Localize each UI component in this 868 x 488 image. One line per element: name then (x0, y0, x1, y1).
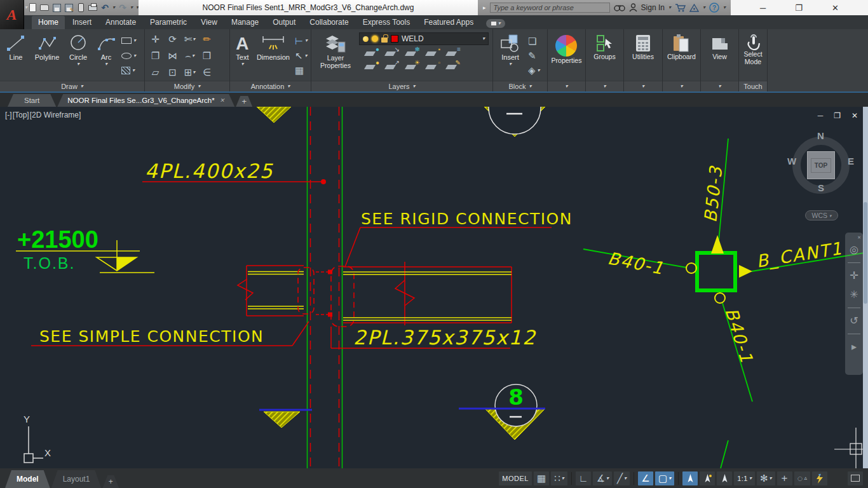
layer-lock-button[interactable]: ▪ (425, 48, 439, 58)
layer-change-button[interactable]: ✎ (445, 61, 459, 71)
new-layout-button[interactable] (102, 475, 119, 488)
mirror-button[interactable] (168, 51, 177, 60)
viewcube-west[interactable]: W (787, 156, 796, 166)
tab-parametric[interactable]: Parametric (144, 16, 193, 29)
layer-thaw-sun-icon[interactable] (372, 36, 378, 42)
groups-button[interactable]: Groups (593, 30, 615, 81)
properties-panel-label[interactable] (548, 81, 585, 92)
logo-caret-icon[interactable] (25, 5, 27, 10)
scrollbar-thumb[interactable] (864, 202, 867, 304)
viewcube-south[interactable]: S (818, 182, 824, 193)
tab-annotate[interactable]: Annotate (99, 16, 142, 29)
ortho-button[interactable] (576, 471, 592, 485)
tab-insert[interactable]: Insert (66, 16, 98, 29)
save-as-icon[interactable]: ✎ (64, 3, 73, 13)
tab-home[interactable]: Home (32, 16, 65, 29)
viewcube-east[interactable]: E (848, 156, 854, 166)
layers-panel-label[interactable]: Layers (311, 81, 492, 92)
close-button[interactable] (832, 3, 839, 13)
column-square[interactable] (697, 253, 735, 290)
ucs-icon[interactable] (24, 426, 43, 463)
column-grid-lines[interactable] (308, 107, 342, 468)
rectangle-button[interactable] (121, 35, 136, 46)
arc-caret-icon[interactable] (105, 62, 107, 67)
copy-button[interactable] (151, 51, 159, 60)
tab-manage[interactable]: Manage (225, 16, 265, 29)
open-file-icon[interactable] (40, 3, 49, 13)
explode-button[interactable] (203, 51, 211, 60)
model-tab[interactable]: Model (5, 470, 50, 488)
showmotion-icon[interactable]: ▸ (851, 342, 857, 352)
drawing-minimize-icon[interactable] (818, 112, 824, 119)
viewcube-top-face[interactable]: TOP (807, 151, 835, 179)
grid-display-button[interactable] (534, 471, 549, 485)
help-icon[interactable]: ? (709, 3, 719, 13)
navigation-bar[interactable]: ✕ ◎ ✛ ✳ ↺ ▸ (845, 233, 863, 375)
table-button[interactable] (295, 65, 308, 76)
drawing-restore-icon[interactable] (834, 112, 841, 119)
touch-panel-label[interactable]: Touch (739, 81, 767, 92)
file-tab-start[interactable]: Start (8, 94, 56, 107)
plate-callout-bottom[interactable]: 2PL.375x375x12 (331, 326, 536, 349)
osnap-tracking-button[interactable] (638, 471, 653, 485)
ellipse-button[interactable] (121, 50, 136, 62)
scale-value-button[interactable]: 1:1 (734, 471, 755, 485)
isolate-objects-button[interactable] (794, 471, 810, 485)
annotation-panel-label[interactable]: Annotation (230, 81, 311, 92)
undo-caret-icon[interactable] (112, 5, 115, 10)
new-file-icon[interactable] (28, 3, 37, 13)
tab-express-tools[interactable]: Express Tools (356, 16, 416, 29)
redo-caret-icon[interactable] (130, 5, 133, 10)
grid-bubble-top[interactable] (484, 107, 545, 137)
layer-unlock-icon[interactable] (381, 37, 388, 43)
file-tab-drawing[interactable]: NOOR Final Files Se...Gr3_V6_ChangeArch* (57, 94, 234, 107)
layer-dropdown-caret-icon[interactable] (482, 36, 485, 41)
autocad-logo-icon[interactable]: A (0, 0, 24, 29)
grid-bubble-8[interactable]: 8 (459, 384, 545, 440)
a360-caret-icon[interactable] (703, 5, 705, 10)
drawing-close-icon[interactable] (851, 112, 858, 119)
tab-featured-apps[interactable]: Featured Apps (417, 16, 480, 29)
draw-panel-label[interactable]: Draw (0, 81, 144, 92)
erase-button[interactable] (203, 34, 211, 44)
graphics-performance-button[interactable] (812, 471, 827, 485)
stretch-button[interactable] (152, 67, 159, 77)
zoom-icon[interactable]: ✳ (850, 290, 858, 300)
a360-icon[interactable] (689, 4, 699, 12)
simple-connection-note[interactable]: SEE SIMPLE CONNECTION (31, 322, 309, 346)
plot-icon[interactable] (88, 3, 97, 13)
vertical-scrollbar[interactable] (863, 107, 868, 468)
line-button[interactable]: Line (2, 30, 30, 81)
block-panel-label[interactable]: Block (493, 81, 547, 92)
layer-match-button[interactable]: ≡ (445, 48, 459, 58)
layer-dropdown[interactable]: WELD (359, 32, 489, 45)
rigid-connection-note[interactable]: SEE RIGID CONNECTION (345, 210, 573, 267)
fillet-button[interactable] (185, 51, 194, 60)
file-tab-close-icon[interactable] (220, 97, 225, 104)
drawing-area[interactable]: 4PL.400x25 +21500 T.O.B. SEE RIGID CONNE… (0, 107, 868, 468)
viewport-visual-style-control[interactable]: [2D Wireframe] (30, 111, 81, 119)
sign-in-button[interactable]: Sign In (641, 3, 665, 12)
infocenter-expand-icon[interactable]: ▸ (483, 4, 486, 11)
restore-button[interactable] (795, 3, 803, 13)
insert-caret-icon[interactable] (509, 62, 512, 67)
right-beam[interactable] (343, 262, 512, 325)
customization-button[interactable] (777, 471, 792, 485)
view-button[interactable]: View (710, 30, 730, 81)
elevation-marker[interactable]: +21500 T.O.B. (16, 226, 154, 273)
modify-panel-label[interactable]: Modify (145, 81, 229, 92)
app-store-cart-icon[interactable] (675, 3, 686, 12)
weld-symbol-top-left[interactable] (257, 107, 291, 123)
annotation-scale-button[interactable] (717, 471, 732, 485)
edit-attributes-button[interactable] (528, 65, 540, 76)
annotation-visibility-button[interactable] (682, 471, 698, 485)
layer-on-bulb-icon[interactable] (363, 36, 369, 42)
plate-callout-top[interactable]: 4PL.400x25 (142, 159, 326, 184)
create-block-button[interactable] (528, 35, 540, 46)
clipboard-button[interactable]: Clipboard (667, 30, 696, 81)
save-icon[interactable] (52, 3, 61, 13)
viewcube-north[interactable]: N (817, 130, 824, 141)
layer-thaw-all-button[interactable]: ☀ (405, 61, 419, 71)
multileader-button[interactable] (295, 50, 308, 62)
orbit-icon[interactable]: ↺ (850, 316, 858, 326)
